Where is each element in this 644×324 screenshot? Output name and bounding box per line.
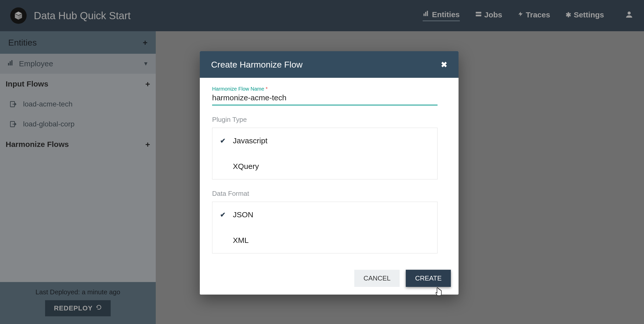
cancel-button[interactable]: CANCEL: [354, 270, 400, 287]
check-icon: ✔: [220, 211, 233, 219]
plugin-type-option-xquery[interactable]: XQuery: [212, 154, 437, 179]
modal-scroll-region[interactable]: Harmonize Flow Name * Plugin Type ✔ Java…: [212, 86, 454, 262]
data-format-label: Data Format: [212, 190, 443, 198]
modal-footer: CANCEL CREATE: [200, 267, 459, 295]
modal-header: Create Harmonize Flow ✖: [200, 51, 459, 78]
flow-name-input[interactable]: [212, 92, 438, 105]
create-harmonize-flow-modal: Create Harmonize Flow ✖ Harmonize Flow N…: [200, 51, 459, 295]
data-format-option-json[interactable]: ✔ JSON: [212, 202, 437, 228]
option-label: XML: [233, 236, 249, 245]
option-label: Javascript: [233, 136, 267, 145]
required-star-icon: *: [266, 86, 268, 92]
data-format-options: ✔ JSON XML: [212, 202, 438, 253]
modal-title: Create Harmonize Flow: [211, 60, 303, 70]
plugin-type-options: ✔ Javascript XQuery: [212, 128, 438, 179]
check-icon: ✔: [220, 137, 233, 145]
data-format-option-xml[interactable]: XML: [212, 228, 437, 253]
flow-name-label: Harmonize Flow Name *: [212, 86, 443, 92]
option-label: JSON: [233, 210, 253, 219]
plugin-type-option-javascript[interactable]: ✔ Javascript: [212, 128, 437, 154]
close-icon[interactable]: ✖: [441, 60, 447, 69]
create-button[interactable]: CREATE: [406, 270, 451, 287]
plugin-type-label: Plugin Type: [212, 116, 443, 124]
option-label: XQuery: [233, 162, 259, 171]
